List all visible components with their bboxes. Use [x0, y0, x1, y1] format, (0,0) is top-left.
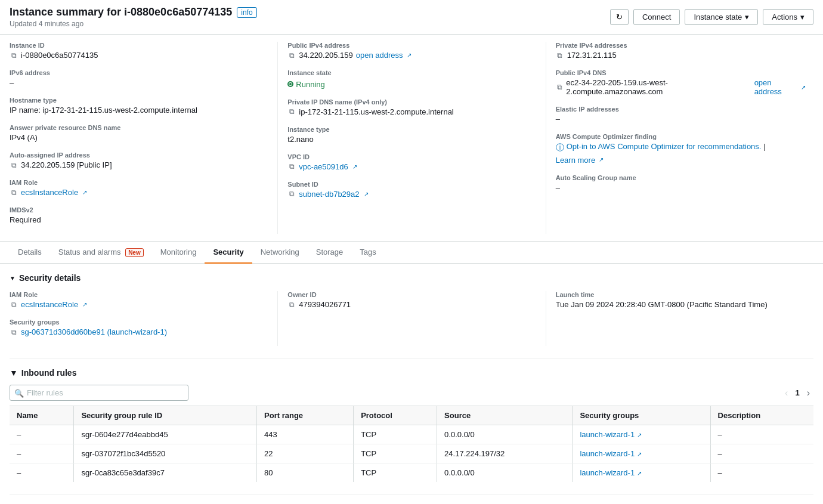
- subnet-id-label: Subnet ID: [287, 181, 538, 188]
- inbound-sg-link[interactable]: launch-wizard-1: [580, 449, 635, 458]
- inbound-row-protocol: TCP: [354, 425, 437, 444]
- inbound-col-rule-id: Security group rule ID: [74, 406, 257, 425]
- auto-ip-copy-icon[interactable]: [10, 161, 18, 169]
- instance-type-label: Instance type: [287, 126, 538, 133]
- inbound-row-sg: launch-wizard-1 ↗: [573, 425, 710, 444]
- subnet-id-link[interactable]: subnet-db7b29a2: [299, 190, 359, 199]
- inbound-row-desc: –: [710, 463, 813, 483]
- tab-storage[interactable]: Storage: [308, 242, 352, 264]
- tab-details[interactable]: Details: [10, 242, 50, 264]
- inbound-row-name: –: [10, 463, 74, 483]
- public-dns-open-link[interactable]: open address: [754, 78, 797, 96]
- sec-iam-copy-icon[interactable]: [10, 301, 18, 309]
- sec-sg-link[interactable]: sg-06371d306dd60be91 (launch-wizard-1): [21, 327, 167, 336]
- sec-launch-time-value: Tue Jan 09 2024 20:28:40 GMT-0800 (Pacif…: [556, 300, 804, 309]
- inbound-row-sg: launch-wizard-1 ↗: [573, 463, 710, 483]
- autoscaling-field: Auto Scaling Group name –: [556, 174, 806, 192]
- inbound-rules-header[interactable]: ▼ Inbound rules: [10, 368, 813, 378]
- iam-role-link[interactable]: ecsInstanceRole: [21, 188, 78, 197]
- section-divider-1: [10, 358, 813, 358]
- vpc-id-field: VPC ID vpc-ae5091d6: [287, 153, 538, 171]
- public-ipv4-value: 34.220.205.159 open address: [287, 51, 538, 60]
- security-details-header[interactable]: ▼ Security details: [10, 273, 813, 283]
- inbound-row-port: 443: [257, 425, 354, 444]
- top-bar-actions: ↻ Connect Instance state ▾ Actions ▾: [610, 9, 813, 25]
- instance-state-field-label: Instance state: [287, 69, 538, 76]
- inbound-next-page[interactable]: ›: [803, 386, 813, 400]
- public-dns-external-icon[interactable]: [800, 84, 806, 91]
- auto-ip-label: Auto-assigned IP address: [10, 151, 270, 159]
- inbound-filter-input[interactable]: [10, 385, 188, 401]
- instance-id-label: Instance ID: [10, 42, 270, 49]
- private-dns-copy-icon[interactable]: [287, 107, 296, 116]
- summary-grid: Instance ID i-0880e0c6a50774135 IPv6 add…: [0, 35, 823, 242]
- tab-security[interactable]: Security: [205, 242, 252, 264]
- optimizer-link[interactable]: Opt-in to AWS Compute Optimizer for reco…: [567, 142, 762, 151]
- inbound-row-source: 0.0.0.0/0: [437, 463, 573, 483]
- subnet-id-external-icon[interactable]: [363, 190, 370, 197]
- info-badge[interactable]: info: [237, 7, 256, 18]
- subnet-id-field: Subnet ID subnet-db7b29a2: [287, 181, 538, 199]
- tab-networking[interactable]: Networking: [252, 242, 308, 264]
- public-ipv4-copy-icon[interactable]: [287, 51, 296, 60]
- running-dot-icon: [287, 81, 293, 87]
- sec-owner-copy-icon[interactable]: [287, 301, 296, 309]
- autoscaling-label: Auto Scaling Group name: [556, 174, 806, 181]
- hostname-value: IP name: ip-172-31-21-115.us-west-2.comp…: [10, 106, 270, 115]
- inbound-sg-link[interactable]: launch-wizard-1: [580, 468, 635, 477]
- hostname-field: Hostname type IP name: ip-172-31-21-115.…: [10, 97, 270, 115]
- iam-role-label: IAM Role: [10, 179, 270, 186]
- security-details-chevron: ▼: [10, 275, 16, 282]
- security-col-1: IAM Role ecsInstanceRole Security groups…: [10, 291, 277, 346]
- iam-role-external-icon[interactable]: [81, 189, 88, 196]
- instance-type-value: t2.nano: [287, 135, 538, 144]
- inbound-sg-external-icon[interactable]: ↗: [637, 470, 642, 477]
- inbound-rules-section: ▼ Inbound rules 🔍 ‹ 1 › Name Security gr…: [10, 368, 813, 482]
- sec-iam-external-icon[interactable]: [81, 301, 88, 308]
- inbound-row-desc: –: [710, 444, 813, 463]
- tab-monitoring[interactable]: Monitoring: [152, 242, 205, 264]
- vpc-id-link[interactable]: vpc-ae5091d6: [299, 162, 348, 171]
- iam-role-field: IAM Role ecsInstanceRole: [10, 179, 270, 197]
- sec-iam-role-link[interactable]: ecsInstanceRole: [21, 300, 78, 309]
- actions-button[interactable]: Actions ▾: [763, 9, 813, 25]
- learn-more-external-icon[interactable]: [598, 156, 605, 163]
- tab-status-alarms[interactable]: Status and alarms New: [50, 242, 152, 264]
- private-ipv4-copy-icon[interactable]: [556, 51, 564, 60]
- sec-sg-copy-icon[interactable]: [10, 328, 18, 336]
- public-dns-copy-icon[interactable]: [556, 83, 564, 91]
- ipv6-field: IPv6 address –: [10, 69, 270, 87]
- inbound-row-desc: –: [710, 425, 813, 444]
- instance-id-copy-icon[interactable]: [10, 51, 18, 60]
- inbound-sg-external-icon[interactable]: ↗: [637, 451, 642, 457]
- security-details-grid: IAM Role ecsInstanceRole Security groups…: [10, 291, 813, 346]
- inbound-sg-external-icon[interactable]: ↗: [637, 432, 642, 438]
- title-section: Instance summary for i-0880e0c6a50774135…: [10, 6, 257, 28]
- subnet-id-copy-icon[interactable]: [287, 190, 296, 198]
- sec-launch-time-field: Launch time Tue Jan 09 2024 20:28:40 GMT…: [556, 291, 804, 309]
- open-address-external-icon[interactable]: [406, 52, 413, 59]
- inbound-prev-page[interactable]: ‹: [781, 386, 791, 400]
- connect-button[interactable]: Connect: [633, 9, 680, 25]
- ipv6-value: –: [10, 78, 270, 87]
- public-dns-value: ec2-34-220-205-159.us-west-2.compute.ama…: [556, 78, 806, 96]
- vpc-id-copy-icon[interactable]: [287, 162, 296, 171]
- iam-role-copy-icon[interactable]: [10, 188, 18, 197]
- inbound-row-protocol: TCP: [354, 444, 437, 463]
- subnet-id-value: subnet-db7b29a2: [287, 190, 538, 199]
- tab-tags[interactable]: Tags: [351, 242, 384, 264]
- sec-security-groups-field: Security groups sg-06371d306dd60be91 (la…: [10, 319, 268, 336]
- instance-state-chevron: ▾: [745, 13, 749, 21]
- security-col-2: Owner ID 479394026771: [277, 291, 545, 346]
- inbound-col-source: Source: [437, 406, 573, 425]
- inbound-row-rule-id: sgr-0604e277d4eabbd45: [74, 425, 257, 444]
- actions-chevron: ▾: [800, 13, 805, 21]
- instance-state-button[interactable]: Instance state ▾: [685, 9, 758, 25]
- refresh-button[interactable]: ↻: [610, 9, 629, 25]
- table-row: – sgr-0ca83c65e3daf39c7 80 TCP 0.0.0.0/0…: [10, 463, 813, 483]
- inbound-page-num: 1: [795, 388, 799, 397]
- inbound-sg-link[interactable]: launch-wizard-1: [580, 430, 635, 439]
- learn-more-link[interactable]: Learn more: [556, 156, 595, 165]
- open-address-link[interactable]: open address: [356, 51, 403, 60]
- vpc-id-external-icon[interactable]: [351, 163, 358, 170]
